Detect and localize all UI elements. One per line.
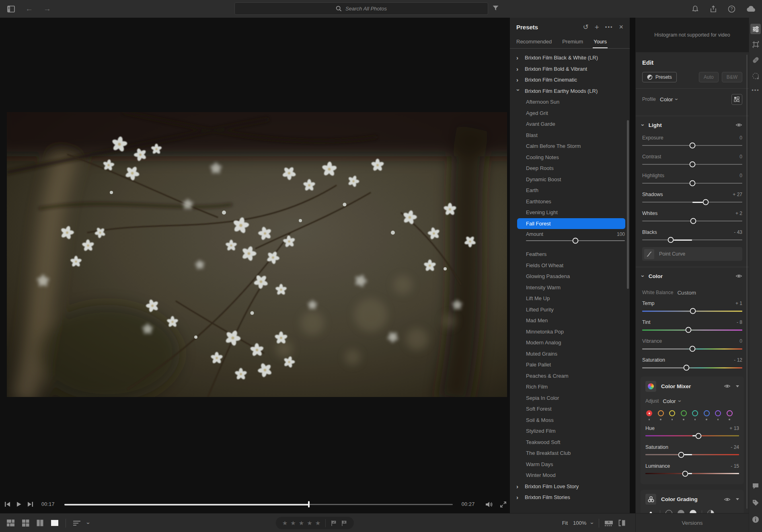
profile-chevron-icon[interactable]: › xyxy=(674,98,680,100)
color-section-header[interactable]: › Color xyxy=(642,267,742,285)
notifications-bell-icon[interactable] xyxy=(692,5,699,13)
star-icon[interactable]: ★ xyxy=(307,520,312,527)
preset-item[interactable]: Glowing Pasadena xyxy=(510,271,630,282)
back-arrow-icon[interactable]: ← xyxy=(25,4,33,13)
profile-browser-icon[interactable] xyxy=(731,94,742,105)
preset-group[interactable]: ›Brixton Film Love Story xyxy=(510,481,630,492)
slider-thumb[interactable] xyxy=(689,143,695,149)
preset-item[interactable]: Intensity Warm xyxy=(510,282,630,293)
preset-group[interactable]: ›Brixton Film Earthy Moods (LR) xyxy=(510,86,630,97)
cloud-sync-icon[interactable] xyxy=(746,6,756,12)
slider-thumb[interactable] xyxy=(689,180,695,186)
healing-tool-icon[interactable] xyxy=(752,56,760,64)
grading-midtones-button[interactable] xyxy=(678,510,684,514)
preset-item[interactable]: Deep Roots xyxy=(510,163,630,174)
star-icon[interactable]: ★ xyxy=(290,520,296,527)
preset-item[interactable]: Muted Grains xyxy=(510,348,630,360)
detail-view-icon[interactable] xyxy=(51,519,59,527)
channel-swatch-red[interactable] xyxy=(646,410,652,420)
slider-track-area[interactable] xyxy=(642,236,742,244)
zoom-chevron-icon[interactable]: › xyxy=(590,522,596,524)
preset-item[interactable]: Minnetonka Pop xyxy=(510,326,630,338)
channel-swatch-blue[interactable] xyxy=(704,410,710,420)
slider-thumb[interactable] xyxy=(689,346,695,352)
slider-thumb[interactable] xyxy=(690,308,696,314)
search-input[interactable]: Search All Photos xyxy=(234,2,488,15)
info-icon[interactable] xyxy=(752,516,759,523)
slider-thumb[interactable] xyxy=(703,199,709,205)
channel-swatch-magenta[interactable] xyxy=(727,410,733,420)
preset-item[interactable]: Afternoon Sun xyxy=(510,96,630,108)
preset-item[interactable]: Pale Pallet xyxy=(510,359,630,370)
star-icon[interactable]: ★ xyxy=(282,520,288,527)
preset-item[interactable]: Soft Forest xyxy=(510,403,630,415)
slider-thumb[interactable] xyxy=(678,452,684,458)
close-panel-icon[interactable]: × xyxy=(619,23,623,31)
star-icon[interactable]: ★ xyxy=(299,520,304,527)
sort-chevron-icon[interactable]: › xyxy=(86,522,91,524)
edit-tool-icon[interactable] xyxy=(750,24,761,34)
slider-track-area[interactable] xyxy=(645,432,739,440)
preset-group[interactable]: ›Brixton Film Cinematic xyxy=(510,74,630,86)
more-tools-icon[interactable]: ••• xyxy=(752,87,760,93)
adjust-chevron-icon[interactable]: › xyxy=(677,400,683,402)
crop-tool-icon[interactable] xyxy=(752,41,760,48)
adjust-value[interactable]: Color xyxy=(663,398,676,404)
more-options-icon[interactable]: ••• xyxy=(605,25,613,30)
slider-thumb[interactable] xyxy=(682,471,688,477)
masking-tool-icon[interactable] xyxy=(752,72,760,80)
preset-item[interactable]: Fields Of Wheat xyxy=(510,260,630,271)
slider-track-area[interactable] xyxy=(642,364,742,372)
collapse-caret-icon[interactable] xyxy=(736,385,739,387)
slider-thumb[interactable] xyxy=(690,218,696,224)
preset-item[interactable]: Earth xyxy=(510,185,630,196)
slider-track-area[interactable] xyxy=(642,180,742,187)
edit-scrollbar[interactable] xyxy=(746,55,748,509)
slider-track-area[interactable] xyxy=(642,217,742,225)
preset-group[interactable]: ›Brixton Film Stories xyxy=(510,492,630,503)
square-grid-view-icon[interactable] xyxy=(22,519,29,527)
star-icon[interactable]: ★ xyxy=(315,520,320,527)
preset-group[interactable]: ›Brixton Film Bold & Vibrant xyxy=(510,63,630,75)
slider-thumb[interactable] xyxy=(689,162,695,168)
share-icon[interactable] xyxy=(710,5,717,13)
channel-swatch-yellow[interactable] xyxy=(669,410,675,420)
slider-track-area[interactable] xyxy=(642,161,742,168)
slider-track-area[interactable] xyxy=(642,345,742,353)
eye-icon[interactable] xyxy=(724,384,731,389)
preset-item-selected[interactable]: Fall Forest xyxy=(517,218,625,229)
preset-item[interactable]: The Breakfast Club xyxy=(510,448,630,459)
preset-item[interactable]: Rich Film xyxy=(510,381,630,393)
versions-bar[interactable]: Versions xyxy=(636,513,749,532)
add-preset-icon[interactable]: + xyxy=(595,23,599,31)
collapse-caret-icon[interactable] xyxy=(736,498,739,500)
preset-item[interactable]: Calm Before The Storm xyxy=(510,141,630,152)
grading-blending-button[interactable] xyxy=(707,510,714,514)
color-grading-header[interactable]: Color Grading xyxy=(645,491,739,507)
preset-item[interactable]: Sepia In Color xyxy=(510,393,630,404)
reject-flag-icon[interactable] xyxy=(341,520,347,526)
white-balance-value[interactable]: Custom xyxy=(677,290,696,296)
preset-item[interactable]: Teakwood Soft xyxy=(510,437,630,448)
compare-view-icon[interactable] xyxy=(36,519,44,527)
fullscreen-icon[interactable] xyxy=(500,501,507,508)
auto-button[interactable]: Auto xyxy=(699,72,719,82)
volume-icon[interactable] xyxy=(485,501,493,508)
grading-highlights-button[interactable] xyxy=(690,510,696,514)
filmstrip-toggle-icon[interactable] xyxy=(604,520,613,526)
slider-thumb[interactable] xyxy=(683,365,689,371)
tab-recommended[interactable]: Recommended xyxy=(516,39,552,48)
channel-swatch-green[interactable] xyxy=(681,410,687,420)
help-icon[interactable]: ? xyxy=(728,5,735,13)
slider-thumb[interactable] xyxy=(668,237,674,243)
preset-item[interactable]: Stylized Film xyxy=(510,426,630,437)
preset-item[interactable]: Modern Analog xyxy=(510,337,630,348)
reset-preset-icon[interactable]: ↺ xyxy=(583,24,588,31)
preset-item[interactable]: Earthtones xyxy=(510,196,630,207)
preset-item[interactable]: Evening Light xyxy=(510,207,630,218)
forward-arrow-icon[interactable]: → xyxy=(43,4,51,13)
eye-icon[interactable] xyxy=(724,497,731,502)
slider-thumb[interactable] xyxy=(685,327,691,333)
tab-premium[interactable]: Premium xyxy=(562,39,583,48)
filter-icon[interactable] xyxy=(492,5,499,11)
